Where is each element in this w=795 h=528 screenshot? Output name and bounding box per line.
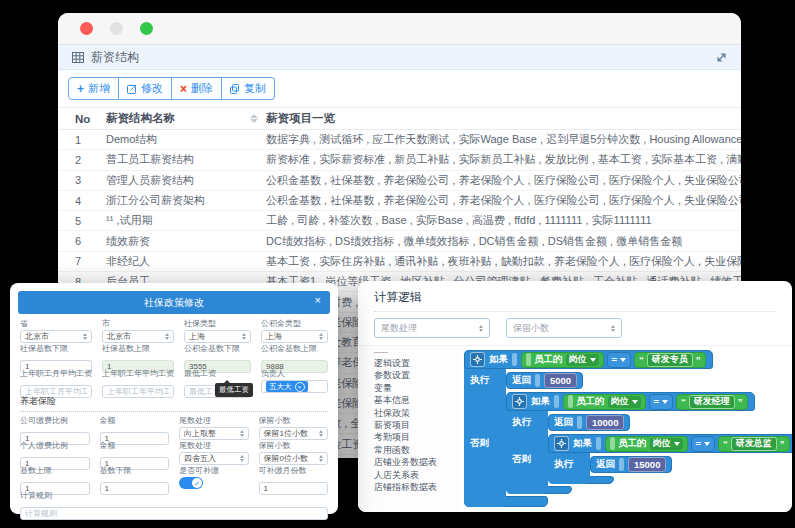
return-value[interactable]: 10000 (586, 415, 624, 430)
menu-item-store-data[interactable]: 店铺业务数据表 (374, 456, 462, 468)
return-block-2[interactable]: 返回 10000 (548, 414, 630, 431)
dropdown-caret-icon (590, 358, 596, 362)
makeup-months-input[interactable] (259, 482, 329, 495)
menu-item-attendance[interactable]: 考勤项目 (374, 431, 462, 443)
logic-selects: 尾数处理 保留小数 (358, 312, 792, 345)
edit-button[interactable]: 修改 (119, 77, 172, 100)
close-icon[interactable]: × (315, 295, 321, 306)
select-caret-icon (479, 325, 483, 332)
text-value-block[interactable]: “ 研发经理 ” (676, 394, 748, 410)
copy-button[interactable]: 复制 (222, 77, 275, 100)
close-window-button[interactable] (80, 22, 93, 35)
table-row[interactable]: 3管理人员薪资结构公积金基数 , 社保基数 , 养老保险公司 , 养老保险个人 … (58, 171, 741, 191)
table-row[interactable]: 6绩效薪资DC绩效指标 , DS绩效指标 , 微单绩效指标 , DC销售金额 ,… (58, 231, 741, 251)
calc-logic-title: 计算逻辑 (374, 281, 776, 312)
gear-icon[interactable] (554, 436, 569, 451)
menu-item-salary-items[interactable]: 薪资项目 (374, 419, 462, 431)
field-dropdown[interactable]: 岗位 (566, 354, 599, 366)
calc-rule-field: 计算规则 (20, 491, 328, 520)
month-avg-field: 上年职工月平均工资 (20, 369, 92, 391)
delete-button[interactable]: × 删除 (172, 77, 222, 100)
page-title: 薪资结构 (91, 49, 139, 66)
field-dropdown[interactable]: 岗位 (608, 396, 641, 408)
minimize-window-button[interactable] (110, 22, 123, 35)
city-select[interactable]: 北京市 (102, 330, 174, 343)
expand-icon[interactable] (716, 52, 727, 63)
calc-rule-input[interactable] (20, 507, 328, 520)
decimal-select[interactable]: 保留小数 (506, 318, 622, 338)
menu-item-params[interactable]: 参数设置 (374, 369, 462, 381)
tag-close-icon[interactable]: × (295, 382, 305, 392)
makeup-toggle[interactable]: ✓ (179, 477, 203, 489)
company-round-select[interactable]: 向上取整 (179, 427, 249, 440)
province-field: 省 北京市 (20, 319, 92, 341)
copy-icon (230, 84, 240, 94)
menu-divider (374, 352, 388, 353)
return-block-1[interactable]: 返回 5000 (506, 372, 583, 389)
fund-type-select[interactable]: 上海 (261, 330, 328, 343)
menu-item-person-store[interactable]: 人店关系表 (374, 469, 462, 481)
table-row[interactable]: 4浙江分公司薪资架构公积金基数 , 社保基数 , 养老保险公司 , 养老保险个人… (58, 191, 741, 211)
condition-2[interactable]: 员工的 岗位 = “ 研发经理 ” (563, 394, 748, 410)
employee-field-block[interactable]: 员工的 岗位 (521, 352, 604, 368)
if-block-2[interactable]: 如果 员工的 岗位 = (506, 392, 792, 494)
calc-logic-panel: 计算逻辑 尾数处理 保留小数 逻辑设置 参数设置 变量 基本信息 社保政策 薪资… (358, 281, 792, 512)
social-policy-modal: 社保政策修改 × 省 北京市 市 北京市 社保类型 上海 公积金类型 (10, 283, 338, 514)
toolbar: + 新增 修改 × 删除 复制 (58, 70, 741, 107)
return-block-3[interactable]: 返回 15000 (590, 456, 672, 473)
menu-item-social-policy[interactable]: 社保政策 (374, 407, 462, 419)
return-value[interactable]: 5000 (544, 373, 577, 388)
equals-dropdown[interactable]: = (649, 394, 674, 410)
ss-type-select[interactable]: 上海 (184, 330, 251, 343)
menu-item-variables[interactable]: 变量 (374, 382, 462, 394)
menu-item-basic-info[interactable]: 基本信息 (374, 394, 462, 406)
equals-dropdown[interactable]: = (691, 436, 716, 452)
table-row[interactable]: 2普工员工薪资结构薪资标准 , 实际薪资标准 , 新员工补贴 , 实际新员工补贴… (58, 150, 741, 170)
text-value-block[interactable]: “ 研发专员 ” (634, 352, 706, 368)
equals-dropdown[interactable]: = (607, 352, 632, 368)
menu-item-functions[interactable]: 常用函数 (374, 444, 462, 456)
col-name-header: 薪资结构名称 (106, 111, 266, 126)
return-value[interactable]: 15000 (628, 457, 666, 472)
if-block-1[interactable]: 如果 员工的 岗位 = “ (464, 350, 792, 507)
text-value[interactable]: 研发专员 (647, 353, 693, 367)
rounding-select[interactable]: 尾数处理 (374, 318, 490, 338)
base-lower-input[interactable] (100, 482, 170, 495)
personal-round-select[interactable]: 四舍五入 (179, 452, 249, 465)
block-tail (506, 486, 572, 494)
text-value[interactable]: 研发总监 (731, 437, 777, 451)
menu-item-logic[interactable]: 逻辑设置 (374, 357, 462, 369)
block-category-menu: 逻辑设置 参数设置 变量 基本信息 社保政策 薪资项目 考勤项目 常用函数 店铺… (358, 346, 462, 512)
gear-icon[interactable] (512, 394, 527, 409)
company-decimal-select[interactable]: 保留1位小数 (259, 427, 329, 440)
province-select[interactable]: 北京市 (20, 330, 92, 343)
table-row[interactable]: 5¹¹ ,试用期工龄 , 司龄 , 补签次数 , Base , 实际Base ,… (58, 211, 741, 231)
fund-type-field: 公积金类型 上海 (261, 319, 328, 341)
employee-field-block[interactable]: 员工的 岗位 (605, 436, 688, 452)
table-row[interactable]: 7非经纪人基本工资 , 实际住房补贴 , 通讯补贴 , 夜班补贴 , 缺勤扣款 … (58, 252, 741, 272)
text-value-block[interactable]: “ 研发总监 ” (718, 436, 790, 452)
company-round-field: 尾数处理 向上取整 (179, 416, 249, 438)
personal-decimal-field: 保留小数 保留0位小数 (259, 441, 329, 463)
menu-item-store-metrics[interactable]: 店铺指标数据表 (374, 481, 462, 493)
modal-header: 社保政策修改 × (18, 291, 330, 314)
owner-tag: 五大大 × (266, 381, 308, 392)
delete-x-icon: × (180, 83, 187, 95)
logic-body: 逻辑设置 参数设置 变量 基本信息 社保政策 薪资项目 考勤项目 常用函数 店铺… (358, 345, 792, 512)
blockly-canvas[interactable]: 如果 员工的 岗位 = “ (462, 346, 792, 512)
zoom-window-button[interactable] (140, 22, 153, 35)
employee-field-block[interactable]: 员工的 岗位 (563, 394, 646, 410)
field-dropdown[interactable]: 岗位 (650, 438, 683, 450)
owner-input[interactable]: 五大大 × (261, 380, 328, 393)
add-button[interactable]: + 新增 (68, 77, 119, 100)
gear-icon[interactable] (470, 352, 485, 367)
condition-1[interactable]: 员工的 岗位 = “ 研发专员 ” (521, 352, 706, 368)
personal-decimal-select[interactable]: 保留0位小数 (259, 452, 329, 465)
makeup-months-field: 可补缴月份数 (259, 466, 329, 488)
text-value[interactable]: 研发经理 (689, 395, 735, 409)
table-row[interactable]: 1Demo结构数据字典 , 测试循环 , 应工作天数测试 , 实际Wage Ba… (58, 130, 741, 150)
if-block-3[interactable]: 如果 员工的 岗位 (548, 434, 792, 484)
sort-icon[interactable] (250, 114, 258, 123)
year-avg-input[interactable] (102, 385, 174, 398)
condition-3[interactable]: 员工的 岗位 = “ 研发总监 ” (605, 436, 790, 452)
